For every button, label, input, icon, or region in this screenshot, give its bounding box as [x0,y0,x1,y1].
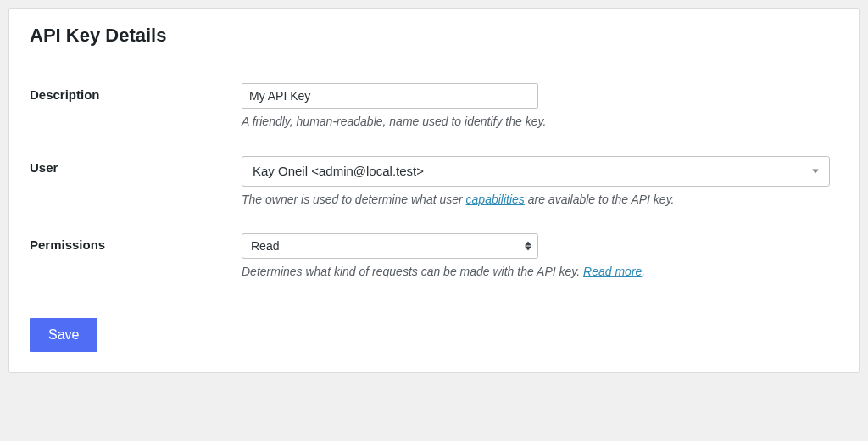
permissions-control: Read Determines what kind of requests ca… [242,233,838,281]
user-help-pre: The owner is used to determine what user [242,193,466,206]
user-control: Kay Oneil <admin@local.test> The owner i… [242,156,838,209]
permissions-help: Determines what kind of requests can be … [242,264,838,281]
description-control: A friendly, human-readable, name used to… [242,83,838,131]
user-row: User Kay Oneil <admin@local.test> The ow… [30,156,838,209]
api-key-details-panel: API Key Details Description A friendly, … [8,8,860,373]
user-select[interactable]: Kay Oneil <admin@local.test> [242,156,830,187]
panel-header: API Key Details [9,9,859,59]
save-button[interactable]: Save [30,318,97,352]
permissions-help-post: . [642,265,645,278]
permissions-row: Permissions Read Determines what kind of… [30,233,838,281]
description-row: Description A friendly, human-readable, … [30,83,838,131]
user-label: User [30,156,242,175]
description-label: Description [30,83,242,102]
page-title: API Key Details [30,25,838,47]
capabilities-link[interactable]: capabilities [466,193,525,206]
read-more-link[interactable]: Read more [583,265,642,278]
panel-body: Description A friendly, human-readable, … [9,59,859,372]
user-help: The owner is used to determine what user… [242,192,838,209]
user-help-post: are available to the API key. [525,193,675,206]
description-input[interactable] [242,83,538,109]
permissions-label: Permissions [30,233,242,252]
permissions-select[interactable]: Read [242,233,538,259]
permissions-help-pre: Determines what kind of requests can be … [242,265,583,278]
permissions-select-wrap: Read [242,233,538,259]
description-help: A friendly, human-readable, name used to… [242,114,838,131]
chevron-down-icon [812,169,819,173]
user-select-value: Kay Oneil <admin@local.test> [253,164,424,178]
actions-row: Save [30,318,838,352]
